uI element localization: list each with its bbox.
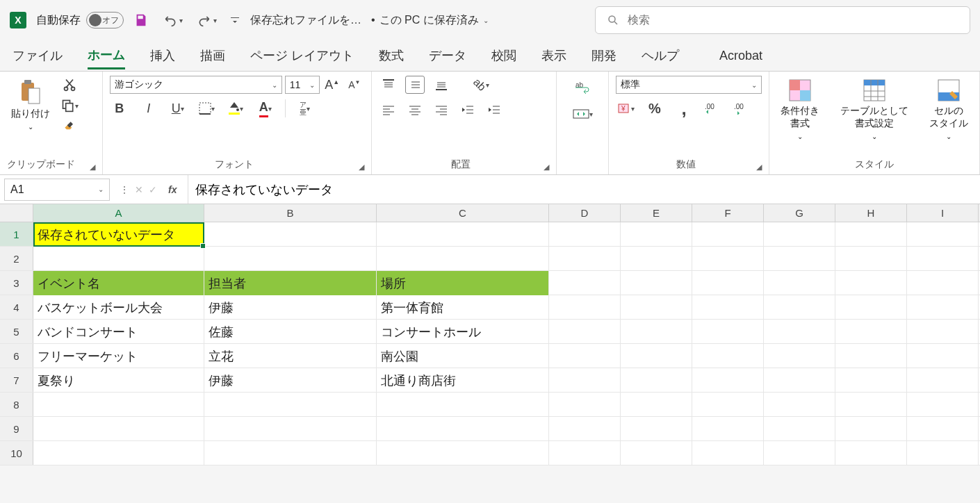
- colhead-A[interactable]: A: [33, 204, 204, 222]
- cell-H10[interactable]: [835, 441, 907, 465]
- cell-I6[interactable]: [907, 344, 979, 368]
- underline-button[interactable]: U▾: [168, 99, 188, 117]
- tab-formulas[interactable]: 数式: [379, 43, 404, 68]
- colhead-C[interactable]: C: [377, 204, 549, 222]
- cell-I7[interactable]: [907, 368, 979, 393]
- dialog-launcher-icon[interactable]: ◢: [756, 163, 762, 172]
- tab-view[interactable]: 表示: [541, 43, 566, 68]
- cell-H7[interactable]: [835, 368, 907, 393]
- cell-G3[interactable]: [764, 271, 835, 295]
- formula-input[interactable]: [188, 175, 980, 204]
- comma-button[interactable]: ,: [674, 99, 694, 117]
- font-size-combo[interactable]: 11⌄: [285, 76, 320, 94]
- cell-C8[interactable]: [377, 393, 549, 417]
- align-middle-button[interactable]: [405, 76, 425, 94]
- cell-I3[interactable]: [907, 271, 979, 295]
- cell-D8[interactable]: [549, 393, 621, 417]
- rowhead-6[interactable]: 6: [0, 344, 33, 368]
- cell-H2[interactable]: [835, 247, 907, 271]
- cell-G5[interactable]: [764, 320, 835, 344]
- cell-H8[interactable]: [835, 393, 907, 417]
- cell-I1[interactable]: [907, 222, 979, 247]
- autosave-control[interactable]: 自動保存 オフ: [36, 12, 124, 28]
- cell-C10[interactable]: [377, 441, 549, 465]
- cell-H1[interactable]: [835, 222, 907, 247]
- cell-B8[interactable]: [204, 393, 377, 417]
- rowhead-3[interactable]: 3: [0, 271, 33, 295]
- cell-E8[interactable]: [621, 393, 692, 417]
- cell-F2[interactable]: [692, 247, 764, 271]
- cell-B1[interactable]: [204, 222, 377, 247]
- cell-D2[interactable]: [549, 247, 621, 271]
- cell-G2[interactable]: [764, 247, 835, 271]
- cell-A1[interactable]: 保存されていないデータ: [33, 222, 204, 247]
- rowhead-1[interactable]: 1: [0, 222, 33, 246]
- align-top-button[interactable]: [379, 76, 398, 94]
- cell-A5[interactable]: バンドコンサート: [33, 320, 204, 344]
- undo-button[interactable]: ▾: [161, 13, 183, 27]
- cell-F8[interactable]: [692, 393, 764, 417]
- cell-F4[interactable]: [692, 295, 764, 320]
- cell-F1[interactable]: [692, 222, 764, 247]
- orientation-button[interactable]: ab▾: [472, 76, 491, 94]
- drag-handle-icon[interactable]: ⋮: [120, 184, 129, 195]
- cell-D5[interactable]: [549, 320, 621, 344]
- cell-C4[interactable]: 第一体育館: [377, 295, 549, 320]
- dialog-launcher-icon[interactable]: ◢: [544, 163, 549, 172]
- cell-G6[interactable]: [764, 344, 835, 368]
- decrease-decimal-button[interactable]: .00: [733, 99, 752, 117]
- cell-C5[interactable]: コンサートホール: [377, 320, 549, 344]
- file-location[interactable]: • この PC に保存済み ⌄: [371, 13, 489, 28]
- cell-A3[interactable]: イベント名: [33, 271, 204, 295]
- cell-C3[interactable]: 場所: [377, 271, 549, 295]
- cell-E9[interactable]: [621, 417, 692, 441]
- paste-button[interactable]: 貼り付け ⌄: [7, 76, 54, 133]
- cell-E5[interactable]: [621, 320, 692, 344]
- cell-E3[interactable]: [621, 271, 692, 295]
- redo-button[interactable]: ▾: [195, 13, 217, 27]
- cell-E6[interactable]: [621, 344, 692, 368]
- cell-D3[interactable]: [549, 271, 621, 295]
- select-all-corner[interactable]: [0, 204, 33, 222]
- increase-decimal-button[interactable]: .00: [703, 99, 723, 117]
- rowhead-9[interactable]: 9: [0, 417, 33, 440]
- cell-I10[interactable]: [907, 441, 979, 465]
- colhead-B[interactable]: B: [204, 204, 377, 222]
- cell-G4[interactable]: [764, 295, 835, 320]
- tab-home[interactable]: ホーム: [88, 42, 125, 69]
- cell-H4[interactable]: [835, 295, 907, 320]
- cell-G10[interactable]: [764, 441, 835, 465]
- increase-font-button[interactable]: A▲: [322, 76, 342, 94]
- cell-G9[interactable]: [764, 417, 835, 441]
- fx-icon[interactable]: fx: [163, 184, 182, 195]
- dialog-launcher-icon[interactable]: ◢: [359, 163, 364, 172]
- cell-D7[interactable]: [549, 368, 621, 393]
- cell-E7[interactable]: [621, 368, 692, 393]
- enter-formula-button[interactable]: ✓: [149, 184, 157, 195]
- tab-pagelayout[interactable]: ページ レイアウト: [250, 43, 354, 68]
- colhead-H[interactable]: H: [835, 204, 907, 222]
- rowhead-10[interactable]: 10: [0, 441, 33, 465]
- cell-A2[interactable]: [33, 247, 204, 271]
- cell-I4[interactable]: [907, 295, 979, 320]
- cell-A10[interactable]: [33, 441, 204, 465]
- tab-file[interactable]: ファイル: [13, 43, 63, 68]
- cell-A4[interactable]: バスケットボール大会: [33, 295, 204, 320]
- decrease-indent-button[interactable]: [458, 101, 477, 119]
- cell-H3[interactable]: [835, 271, 907, 295]
- rowhead-5[interactable]: 5: [0, 320, 33, 343]
- cell-A8[interactable]: [33, 393, 204, 417]
- font-name-combo[interactable]: 游ゴシック⌄: [110, 76, 282, 94]
- cell-D4[interactable]: [549, 295, 621, 320]
- ruby-button[interactable]: ア 亜▾: [295, 99, 315, 117]
- align-left-button[interactable]: [379, 101, 398, 119]
- cell-B10[interactable]: [204, 441, 377, 465]
- cell-I2[interactable]: [907, 247, 979, 271]
- tab-developer[interactable]: 開発: [591, 43, 616, 68]
- name-box[interactable]: A1⌄: [4, 179, 110, 201]
- colhead-D[interactable]: D: [549, 204, 621, 222]
- cell-B2[interactable]: [204, 247, 377, 271]
- cell-G1[interactable]: [764, 222, 835, 247]
- colhead-G[interactable]: G: [764, 204, 835, 222]
- rowhead-2[interactable]: 2: [0, 247, 33, 270]
